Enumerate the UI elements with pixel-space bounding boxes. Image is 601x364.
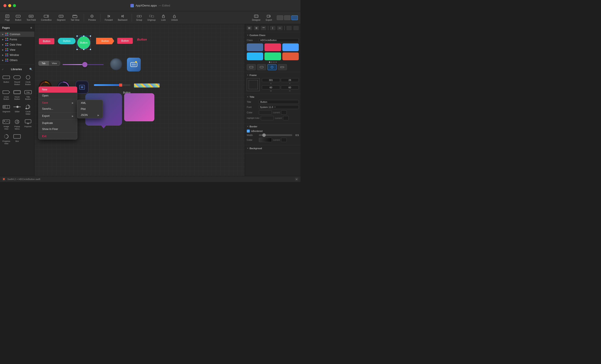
canvas-segment[interactable]: Tab View [39, 61, 60, 66]
toolbar-backward[interactable]: Backward [116, 13, 130, 22]
lib-circle-slider[interactable]: Circle Slider [23, 102, 33, 117]
shape-btn-circle[interactable] [268, 64, 277, 70]
frame-w-value[interactable]: 60 [262, 85, 280, 89]
toolbar-preview[interactable]: Preview [86, 13, 98, 22]
context-menu-export[interactable]: Export ▶ [39, 113, 77, 119]
toolbar-segment[interactable]: Segment [55, 13, 68, 22]
lib-box[interactable]: Box [12, 132, 22, 146]
sidebar-item-view[interactable]: ▶ View [0, 47, 34, 52]
canvas-button-pink2[interactable]: Button [117, 38, 133, 44]
toolbar-button[interactable]: Button [13, 13, 23, 22]
highlight-color-preview[interactable] [261, 116, 274, 120]
sidebar-item-dataview[interactable]: ▶ Data View [0, 42, 34, 47]
context-menu-duplicate[interactable]: Duplicate [39, 120, 77, 126]
class-value[interactable]: HDCircleButton [259, 38, 299, 42]
win-ctrl-3[interactable] [291, 15, 298, 20]
win-ctrl-2[interactable] [284, 15, 290, 20]
canvas-button-circle[interactable]: Button [77, 36, 90, 49]
is-bordered-checkbox[interactable]: ✓ [247, 130, 250, 132]
color-dot-3[interactable] [273, 61, 275, 63]
context-menu-saveas[interactable]: SaveAs... [39, 106, 77, 112]
canvas-circle-dark[interactable] [110, 58, 122, 70]
sidebar-item-window[interactable]: ▶ Window [0, 52, 34, 58]
font-select[interactable]: System 11.0 ▼ [259, 105, 299, 109]
toolbar-combobox[interactable]: ▼ ComboBox [39, 13, 54, 22]
submenu-xml[interactable]: XML [77, 100, 103, 106]
lib-circle-button[interactable]: Circle Button [23, 73, 33, 87]
canvas-button-pink[interactable]: Button [39, 38, 54, 44]
canvas-segment-tab[interactable]: Tab [39, 61, 49, 65]
color-swatch-4[interactable] [247, 52, 263, 60]
color-preview[interactable] [259, 110, 272, 115]
border-width-slider[interactable] [259, 134, 292, 136]
color-dot-4[interactable] [275, 61, 277, 63]
canvas[interactable]: Button Button Button Button Button Butto… [35, 24, 245, 176]
lib-title-button[interactable]: Title Title Button [23, 88, 33, 102]
toolbar-tabview[interactable]: Tab View [69, 13, 81, 22]
canvas-sticker[interactable] [127, 58, 141, 71]
canvas-progress-dot[interactable] [119, 83, 122, 87]
panel-nav-prev[interactable] [286, 26, 292, 30]
toolbar-export[interactable]: Export [264, 13, 274, 22]
minimize-button[interactable] [8, 4, 11, 7]
distribute-v-btn[interactable] [277, 26, 283, 30]
color-picker-btn[interactable] [281, 110, 287, 115]
shape-btn-rect[interactable] [247, 64, 256, 70]
add-page-button[interactable]: + [30, 26, 32, 30]
lib-popup-menu[interactable]: ☰ Popup Menu [12, 117, 22, 131]
lib-popover[interactable]: Popover [23, 117, 33, 131]
shape-btn-pill[interactable] [257, 64, 266, 70]
title-value[interactable]: Button [259, 100, 299, 104]
context-menu-open[interactable]: Open [39, 93, 77, 99]
toolbar-ungroup[interactable]: Ungroup [145, 13, 158, 22]
toolbar-unlock[interactable]: Unlock [169, 13, 180, 22]
context-menu-show-in-finder[interactable]: Show In Finer [39, 126, 77, 132]
lib-hover-button[interactable]: Hover Button [12, 88, 22, 102]
color-dot-1[interactable] [269, 61, 270, 63]
lib-arrow-button[interactable]: Arrow Button [1, 88, 11, 102]
context-menu-new[interactable]: New [39, 87, 77, 93]
canvas-slider-thumb[interactable] [82, 62, 87, 67]
sidebar-item-common[interactable]: ▶ Common [0, 32, 34, 37]
breadcrumb-action-btn[interactable] [295, 177, 298, 181]
color-swatch-3[interactable] [282, 43, 299, 51]
canvas-icon-button[interactable] [76, 81, 89, 94]
distribute-h-btn[interactable] [270, 26, 275, 30]
align-left-btn[interactable] [247, 26, 252, 30]
canvas-purple-gradient-button[interactable] [124, 93, 154, 121]
highlight-picker-btn[interactable] [283, 116, 289, 120]
toolbar-page[interactable]: Page [3, 13, 12, 22]
align-center-btn[interactable] [254, 26, 259, 30]
fullscreen-button[interactable] [13, 4, 16, 7]
lib-slider[interactable]: Slider [12, 102, 22, 117]
canvas-button-italic[interactable]: Button [137, 38, 147, 41]
shape-btn-arrow[interactable] [278, 64, 287, 70]
lib-button[interactable]: Button [1, 73, 11, 87]
toolbar-group[interactable]: Group [134, 13, 144, 22]
frame-x-value[interactable]: 301 [262, 78, 280, 82]
panel-nav-next[interactable] [293, 26, 299, 30]
canvas-button-teal[interactable]: Button [58, 38, 76, 44]
lib-image-view[interactable]: Image View [1, 117, 11, 131]
align-right-btn[interactable] [261, 26, 266, 30]
color-swatch-5[interactable] [264, 52, 281, 60]
color-swatch-1[interactable] [247, 43, 263, 51]
frame-y-value[interactable]: 28 [281, 78, 299, 82]
close-button[interactable] [3, 4, 7, 7]
toolbar-textfield[interactable]: ABC Text Field [24, 13, 38, 22]
sidebar-item-others[interactable]: ▶ Others [0, 58, 34, 63]
lib-progress-view[interactable]: Progress View [1, 132, 11, 146]
border-color-preview[interactable] [259, 138, 272, 142]
lib-segment[interactable]: Segment [1, 102, 11, 117]
lib-round-button[interactable]: Round Button [12, 73, 22, 87]
win-ctrl-1[interactable] [277, 15, 283, 20]
sidebar-item-forms[interactable]: ▶ Forms [0, 37, 34, 42]
context-menu-exit[interactable]: Exit [39, 133, 77, 139]
canvas-segment-view[interactable]: View [49, 61, 60, 65]
submenu-json[interactable]: JSON ▶ [77, 112, 103, 118]
toolbar-lock[interactable]: Lock [159, 13, 168, 22]
border-width-thumb[interactable] [262, 133, 266, 137]
canvas-button-arrow[interactable]: Button [96, 38, 114, 44]
libraries-search[interactable]: 🔍 [29, 68, 33, 71]
toolbar-forward[interactable]: Forward [102, 13, 115, 22]
